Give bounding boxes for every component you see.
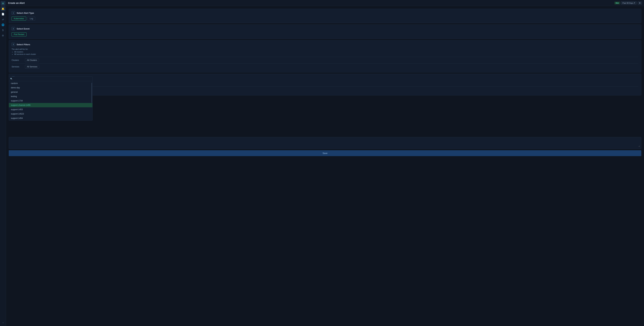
exit-icon[interactable]: → xyxy=(1,320,5,325)
dropdown-item-demo-day[interactable]: demo-day xyxy=(9,86,92,90)
dropdown-item-support-1454[interactable]: support-1454 xyxy=(9,116,92,120)
step1-number: 1 xyxy=(12,11,15,14)
dropdown-item-support-1734[interactable]: support-1734 xyxy=(9,98,92,103)
services-filter-row: Services All Services xyxy=(12,64,638,70)
clusters-value[interactable]: All Clusters xyxy=(25,58,39,62)
step2-buttons: Pod Restart xyxy=(12,32,638,36)
pause-button[interactable]: ⏸ xyxy=(638,2,642,4)
header-controls: 90d Past 90 Days ▾ ⏸ xyxy=(614,1,642,4)
clusters-label: Clusters xyxy=(12,59,25,62)
bell-icon[interactable]: 🔔 xyxy=(1,6,5,11)
step4-section: 4 Select Destination Slack Channel gener… xyxy=(9,74,641,96)
step3-title: Select Filters xyxy=(16,43,30,46)
services-value[interactable]: All Services xyxy=(25,65,39,68)
period-selector[interactable]: Past 90 Days ▾ xyxy=(621,1,636,4)
save-button[interactable]: Save xyxy=(9,150,641,156)
doc-icon[interactable]: 📄 xyxy=(1,12,5,16)
step1-section: 1 Select Alert Type Kubernetes Log xyxy=(9,9,641,23)
period-badge: 90d xyxy=(614,2,620,4)
step3-header: 3 Select Filters xyxy=(12,43,638,46)
dropdown-item-support-channel-1455[interactable]: support-channel-1455 xyxy=(9,103,92,107)
dropdown-item-testing[interactable]: testing xyxy=(9,94,92,98)
header: Create an Alert 90d Past 90 Days ▾ ⏸ xyxy=(6,0,644,6)
filter-info: The alert will fire for: All clusters Al… xyxy=(12,48,638,55)
dropdown-search-input[interactable] xyxy=(14,78,91,80)
sidebar: ⊞ 🔔 📄 ⇄ 🌐 $ ⚙ → xyxy=(0,0,6,326)
gear-icon[interactable]: ⚙ xyxy=(1,33,5,38)
home-icon[interactable]: ⊞ xyxy=(1,1,5,6)
notes-area xyxy=(9,137,641,149)
services-label: Services xyxy=(12,66,25,68)
dropdown-item-general[interactable]: general xyxy=(9,90,92,94)
step4-buttons: Slack xyxy=(12,82,638,86)
page-title: Create an Alert xyxy=(8,2,25,4)
main-panel: Create an Alert 90d Past 90 Days ▾ ⏸ 1 S… xyxy=(6,0,644,326)
kubernetes-button[interactable]: Kubernetes xyxy=(12,16,26,21)
step3-section: 3 Select Filters The alert will fire for… xyxy=(9,40,641,72)
search-icon: 🔍 xyxy=(10,78,12,80)
clusters-filter-row: Clusters All Clusters xyxy=(12,57,638,64)
chevron-down-icon: ▾ xyxy=(634,2,635,4)
step2-number: 2 xyxy=(12,27,15,30)
dropdown-item-support-1453[interactable]: support-1453 xyxy=(9,107,92,112)
step2-section: 2 Select Event Pod Restart xyxy=(9,24,641,39)
step3-number: 3 xyxy=(12,43,15,46)
step4-header: 4 Select Destination xyxy=(12,76,638,80)
notes-section: Save xyxy=(9,137,641,156)
arrow-icon[interactable]: ⇄ xyxy=(1,17,5,22)
pod-restart-button[interactable]: Pod Restart xyxy=(12,32,26,36)
step1-buttons: Kubernetes Log xyxy=(12,16,638,21)
step2-title: Select Event xyxy=(16,28,30,30)
step1-title: Select Alert Type xyxy=(16,12,34,14)
channel-dropdown: 🔍 random demo-day general testing suppor… xyxy=(9,76,92,120)
step2-header: 2 Select Event xyxy=(12,27,638,30)
log-button[interactable]: Log xyxy=(28,16,35,21)
content-area: 1 Select Alert Type Kubernetes Log 2 Sel… xyxy=(6,6,644,326)
channel-row: Channel general xyxy=(12,86,638,93)
notes-textarea[interactable] xyxy=(10,138,640,147)
dropdown-search-row: 🔍 xyxy=(9,77,92,81)
dropdown-scrollbar[interactable] xyxy=(92,83,92,103)
step1-header: 1 Select Alert Type xyxy=(12,11,638,14)
dropdown-item-random[interactable]: random xyxy=(9,81,92,86)
dollar-icon[interactable]: $ xyxy=(1,28,5,32)
dropdown-item-support-14523[interactable]: support-14523 xyxy=(9,112,92,116)
globe-icon[interactable]: 🌐 xyxy=(1,22,5,27)
